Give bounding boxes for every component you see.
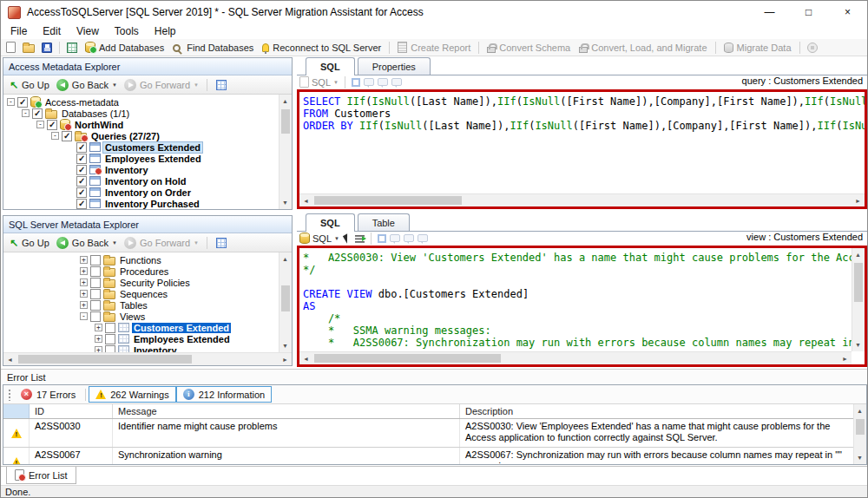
- tab-properties[interactable]: Properties: [358, 57, 431, 75]
- tab-sql[interactable]: SQL: [306, 213, 355, 232]
- expand-icon[interactable]: +: [80, 290, 88, 298]
- scroll-up-icon[interactable]: [852, 248, 865, 261]
- scroll-left-icon[interactable]: [299, 352, 312, 365]
- goto-declaration-button[interactable]: [355, 233, 365, 243]
- new-project-button[interactable]: [3, 41, 18, 54]
- scrollbar-thumb[interactable]: [314, 354, 501, 363]
- tree-item[interactable]: -Access-metadata: [3, 96, 292, 108]
- errors-filter-button[interactable]: 17 Errors: [14, 386, 82, 403]
- query-sql-editor[interactable]: SELECT IIf(IsNull([Last Name]),IIf(IsNul…: [297, 89, 867, 209]
- convert-schema-button[interactable]: Convert Schema: [483, 42, 574, 54]
- stop-button[interactable]: [805, 42, 820, 54]
- open-project-button[interactable]: [20, 42, 37, 54]
- go-back-button[interactable]: Go Back: [55, 78, 119, 92]
- sql-mode-button[interactable]: SQL: [299, 233, 339, 244]
- id-column-header[interactable]: ID: [30, 404, 113, 418]
- horizontal-scrollbar[interactable]: [299, 351, 852, 364]
- scrollbar-thumb[interactable]: [314, 196, 462, 205]
- expand-icon[interactable]: +: [95, 346, 102, 352]
- go-back-button[interactable]: Go Back: [55, 236, 119, 250]
- scroll-up-icon[interactable]: [853, 404, 866, 417]
- tree-item[interactable]: -Views: [3, 311, 292, 322]
- checkbox[interactable]: [17, 97, 28, 108]
- comment-badge-button[interactable]: [391, 78, 402, 86]
- scroll-up-icon[interactable]: [279, 252, 292, 265]
- add-databases-button[interactable]: Add Databases: [82, 41, 168, 54]
- expand-icon[interactable]: +: [80, 301, 88, 309]
- view-options-button[interactable]: [214, 237, 229, 249]
- comment-button[interactable]: [390, 234, 400, 242]
- view-options-button[interactable]: [214, 79, 229, 91]
- scroll-right-icon[interactable]: [852, 194, 865, 207]
- collapse-icon[interactable]: -: [51, 132, 59, 140]
- menu-item-tools[interactable]: Tools: [107, 24, 147, 38]
- tree-item[interactable]: Inventory: [3, 164, 292, 175]
- scrollbar-thumb[interactable]: [281, 285, 290, 311]
- table-row[interactable]: A2SS0067Synchronization warningA2SS0067:…: [3, 448, 866, 464]
- comment-badge-button[interactable]: [418, 234, 428, 242]
- checkbox[interactable]: [76, 142, 87, 153]
- tree-item[interactable]: Inventory on Order: [3, 187, 292, 198]
- checkbox[interactable]: [32, 108, 43, 119]
- checkbox[interactable]: [76, 165, 87, 175]
- comment-add-button[interactable]: [404, 234, 414, 242]
- checkbox[interactable]: [105, 345, 115, 353]
- scroll-right-icon[interactable]: [838, 352, 852, 365]
- expand-icon[interactable]: +: [80, 267, 88, 275]
- checkbox[interactable]: [90, 266, 101, 277]
- pointer-button[interactable]: [343, 234, 352, 243]
- vertical-scrollbar[interactable]: [279, 252, 292, 352]
- sql-mode-button[interactable]: SQL: [299, 76, 339, 88]
- checkbox[interactable]: [76, 187, 87, 198]
- tree-item[interactable]: +Security Policies: [3, 277, 292, 288]
- checkbox[interactable]: [90, 278, 101, 288]
- horizontal-scrollbar[interactable]: [299, 193, 865, 206]
- tree-item[interactable]: Inventory Purchased: [3, 198, 292, 209]
- collapse-icon[interactable]: -: [22, 109, 30, 117]
- select-region-button[interactable]: [352, 78, 360, 87]
- scroll-down-icon[interactable]: [279, 196, 292, 209]
- tree-item[interactable]: -NorthWind: [3, 119, 292, 130]
- reconnect-button[interactable]: Reconnect to SQL Server: [259, 42, 385, 54]
- checkbox[interactable]: [90, 311, 101, 322]
- scroll-down-icon[interactable]: [852, 338, 865, 351]
- expand-icon[interactable]: +: [95, 335, 102, 343]
- expand-icon[interactable]: +: [80, 278, 88, 286]
- checkbox[interactable]: [90, 289, 101, 299]
- checkbox[interactable]: [76, 154, 87, 164]
- convert-load-migrate-button[interactable]: Convert, Load, and Migrate: [575, 42, 710, 54]
- comment-add-button[interactable]: [378, 78, 388, 86]
- tree-item[interactable]: Employees Extended: [3, 153, 292, 164]
- tree-item[interactable]: +Employees Extended: [3, 333, 292, 344]
- tree-item[interactable]: +Functions: [3, 254, 292, 265]
- scroll-up-icon[interactable]: [279, 95, 292, 108]
- collapse-icon[interactable]: -: [7, 98, 15, 106]
- scrollbar-thumb[interactable]: [281, 109, 290, 134]
- collapse-icon[interactable]: -: [36, 121, 44, 128]
- tree-item[interactable]: +Procedures: [3, 265, 292, 277]
- tree-item[interactable]: +Customers Extended: [3, 322, 292, 333]
- checkbox[interactable]: [47, 120, 57, 130]
- message-column-header[interactable]: Message: [113, 404, 460, 418]
- select-region-button[interactable]: [378, 234, 386, 243]
- information-filter-button[interactable]: 212 Information: [176, 386, 272, 403]
- expand-icon[interactable]: +: [95, 324, 102, 331]
- save-project-button[interactable]: [39, 42, 55, 54]
- go-forward-button[interactable]: Go Forward: [122, 78, 201, 92]
- checkbox[interactable]: [105, 334, 115, 344]
- scroll-down-icon[interactable]: [279, 339, 292, 352]
- maximize-icon[interactable]: □: [789, 1, 828, 23]
- vertical-scrollbar[interactable]: [852, 248, 865, 351]
- tree-item[interactable]: +Inventory: [3, 344, 292, 352]
- scroll-down-icon[interactable]: [853, 451, 866, 464]
- vertical-scrollbar[interactable]: [853, 404, 866, 464]
- checkbox[interactable]: [90, 300, 101, 311]
- scrollbar-thumb[interactable]: [856, 419, 865, 435]
- horizontal-scrollbar[interactable]: [3, 352, 292, 365]
- menu-item-edit[interactable]: Edit: [35, 24, 69, 38]
- tree-item[interactable]: Customers Extended: [3, 141, 292, 153]
- scrollbar-thumb[interactable]: [18, 355, 192, 364]
- migrate-data-button[interactable]: Migrate Data: [720, 42, 795, 54]
- minimize-icon[interactable]: —: [750, 1, 789, 23]
- scrollbar-thumb[interactable]: [854, 263, 863, 302]
